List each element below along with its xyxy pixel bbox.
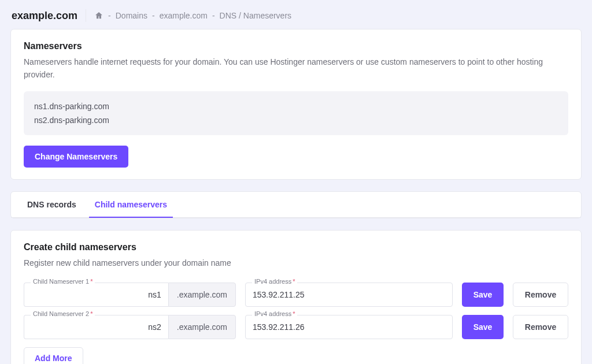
nameservers-card: Nameservers Nameservers handle internet … [10,29,582,180]
save-button[interactable]: Save [462,315,504,339]
breadcrumb-domains[interactable]: Domains [116,11,147,20]
child-ns-row: Child Nameserver 2* .example.com IPv4 ad… [24,315,568,339]
nameservers-title: Nameservers [24,41,568,51]
child-ns-ip-label: IPv4 address* [252,310,297,317]
child-ns-ip-field: IPv4 address* [245,315,453,339]
child-ns-title: Create child nameservers [24,242,568,252]
nameserver-item: ns1.dns-parking.com [34,99,558,113]
child-ns-ip-input[interactable] [245,283,453,307]
child-ns-suffix: .example.com [168,315,236,339]
remove-button[interactable]: Remove [513,315,568,339]
breadcrumb-sep: - [152,11,155,20]
child-ns-ip-input[interactable] [245,315,453,339]
child-ns-desc: Register new child nameservers under you… [24,257,568,270]
tab-dns-records[interactable]: DNS records [26,192,77,217]
child-ns-host-input[interactable] [24,315,168,339]
divider [86,9,86,22]
remove-button[interactable]: Remove [513,283,568,307]
child-ns-ip-label: IPv4 address* [252,278,297,285]
child-nameservers-card: Create child nameservers Register new ch… [10,230,582,364]
change-nameservers-button[interactable]: Change Nameservers [24,146,128,168]
nameserver-item: ns2.dns-parking.com [34,113,558,127]
page-title: example.com [12,10,77,22]
tabs: DNS records Child nameservers [11,192,581,218]
breadcrumb-sep: - [108,11,111,20]
breadcrumb-sep: - [212,11,215,20]
top-bar: example.com - Domains - example.com - DN… [10,7,582,29]
add-more-button[interactable]: Add More [24,347,83,364]
save-button[interactable]: Save [462,283,504,307]
page-root: example.com - Domains - example.com - DN… [0,0,592,364]
child-ns-host-label: Child Nameserver 2* [31,310,95,317]
home-icon[interactable] [94,11,103,20]
child-ns-row: Child Nameserver 1* .example.com IPv4 ad… [24,283,568,307]
nameserver-list: ns1.dns-parking.com ns2.dns-parking.com [24,91,568,135]
tab-child-nameservers[interactable]: Child nameservers [94,192,168,217]
child-ns-ip-field: IPv4 address* [245,283,453,307]
breadcrumb-domain[interactable]: example.com [160,11,208,20]
child-ns-suffix: .example.com [168,283,236,307]
child-ns-host-field: Child Nameserver 1* .example.com [24,283,236,307]
tabs-card: DNS records Child nameservers [10,191,582,218]
breadcrumb-dns[interactable]: DNS / Nameservers [220,11,291,20]
child-ns-host-input[interactable] [24,283,168,307]
breadcrumb: - Domains - example.com - DNS / Nameserv… [94,11,291,20]
nameservers-desc: Nameservers handle internet requests for… [24,56,568,81]
child-ns-host-label: Child Nameserver 1* [31,278,95,285]
child-ns-host-field: Child Nameserver 2* .example.com [24,315,236,339]
